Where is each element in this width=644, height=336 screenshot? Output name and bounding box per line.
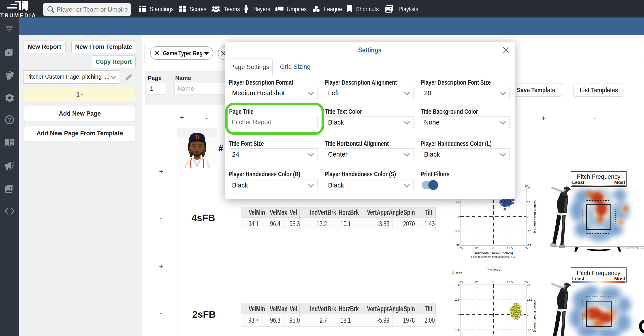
svg-text:-25: -25 <box>458 246 463 250</box>
svg-text:25: 25 <box>524 246 528 250</box>
svg-text:-12.5: -12.5 <box>527 230 533 233</box>
svg-text:?: ? <box>8 117 11 123</box>
svg-text:Pitch movement from pitcher's: Pitch movement from pitcher's POV <box>471 255 516 258</box>
svg-text:12.5: 12.5 <box>454 201 460 204</box>
svg-text:25: 25 <box>457 283 460 286</box>
svg-text:-12.5: -12.5 <box>454 230 460 233</box>
svg-text:25: 25 <box>528 187 530 190</box>
svg-text:© TRUMEDIA 2024: © TRUMEDIA 2024 <box>621 246 644 249</box>
svg-text:0: 0 <box>527 313 528 316</box>
svg-text:Sinker: Sinker <box>456 271 463 274</box>
svg-text:0: 0 <box>492 280 494 284</box>
svg-text:12.5: 12.5 <box>527 201 532 204</box>
svg-text:Horizontal Break (inches): Horizontal Break (inches) <box>474 251 513 255</box>
svg-text:0: 0 <box>458 215 460 218</box>
svg-text:B: B <box>195 134 200 141</box>
svg-text:-12.5: -12.5 <box>527 328 533 331</box>
svg-text:12.5: 12.5 <box>454 298 460 301</box>
svg-text:0: 0 <box>527 215 528 218</box>
svg-text:12.5: 12.5 <box>527 298 532 301</box>
svg-text:0: 0 <box>458 313 460 316</box>
svg-text:0: 0 <box>492 246 494 250</box>
svg-text:-12.5: -12.5 <box>454 328 460 331</box>
svg-text:12.5: 12.5 <box>507 246 513 250</box>
svg-text:25: 25 <box>527 283 530 286</box>
svg-text:PitchType: PitchType <box>487 268 500 271</box>
svg-text:-12.5: -12.5 <box>473 246 480 250</box>
svg-text:12.5: 12.5 <box>507 280 513 284</box>
svg-text:Vertical Break (inches): Vertical Break (inches) <box>533 300 536 332</box>
svg-text:Vertical Break (inches): Vertical Break (inches) <box>533 200 536 233</box>
svg-text:-12.5: -12.5 <box>473 280 480 284</box>
